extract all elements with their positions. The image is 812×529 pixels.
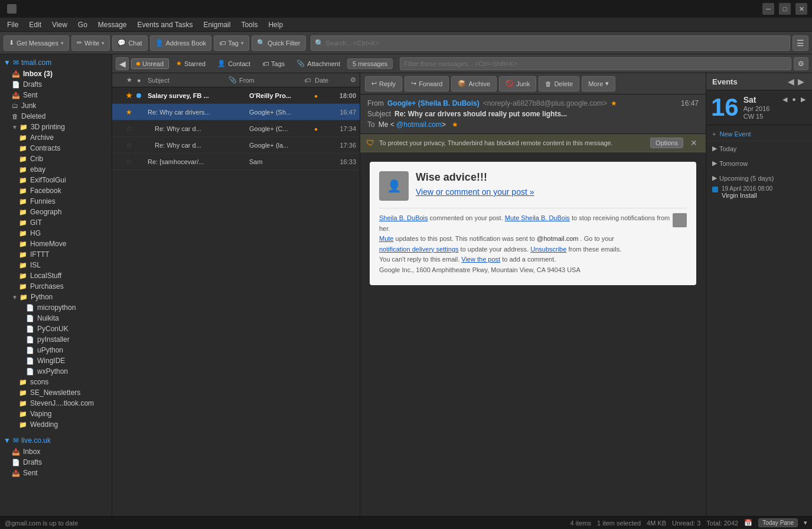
cal-today-button[interactable]: ● <box>790 95 798 103</box>
archive-button[interactable]: 📦 Archive <box>451 76 497 92</box>
col-sort-header[interactable]: ⚙ <box>348 73 358 87</box>
sidebar-item-live-sent[interactable]: 📤 Sent <box>0 468 112 478</box>
sidebar-item-wedding[interactable]: 📁 Wedding <box>0 419 112 430</box>
sidebar-item-archive[interactable]: 📁 Archive <box>0 132 112 143</box>
cal-next-button[interactable]: ▶ <box>799 95 807 104</box>
sidebar-item-live-inbox[interactable]: 📥 Inbox <box>0 446 112 457</box>
menu-file[interactable]: File <box>2 19 23 30</box>
menu-enigmail[interactable]: Enigmail <box>198 19 235 30</box>
delete-button[interactable]: 🗑 Delete <box>539 76 579 92</box>
message-row[interactable]: ☆ Re: [samhocevar/... Sam 16:33 <box>112 154 360 170</box>
maximize-button[interactable]: □ <box>779 3 791 15</box>
filter-unread[interactable]: Unread <box>131 58 169 69</box>
sidebar-item-isl[interactable]: 📁 ISL <box>0 260 112 270</box>
message-row[interactable]: ★ Re: Why car drivers... Google+ (Sh... … <box>112 104 360 120</box>
account-tmail[interactable]: ▼ ✉ tmail.com <box>0 57 112 68</box>
new-event-button[interactable]: + New Event <box>706 128 812 141</box>
menu-edit[interactable]: Edit <box>24 19 46 30</box>
upcoming-section-header[interactable]: ▶ Upcoming (5 days) <box>712 173 806 183</box>
col-star-header[interactable]: ★ <box>124 73 135 87</box>
sidebar-item-deleted[interactable]: 🗑 Deleted <box>0 111 112 122</box>
filter-contact[interactable]: 👤 Contact <box>213 58 255 68</box>
col-read-header[interactable]: ● <box>135 73 145 87</box>
sender-link[interactable]: Sheila B. DuBois <box>379 214 428 221</box>
sidebar-item-hg[interactable]: 📁 HG <box>0 228 112 239</box>
options-button[interactable]: Options <box>650 138 683 148</box>
sidebar-item-3dprinting[interactable]: ▼ 📁 3D printing <box>0 122 112 132</box>
sidebar-item-stevenj[interactable]: 📁 StevenJ....tlook.com <box>0 398 112 409</box>
col-date-header[interactable]: Date <box>312 73 348 87</box>
sidebar-item-sent[interactable]: 📤 Sent <box>0 90 112 100</box>
sidebar-item-homemove[interactable]: 📁 HomeMove <box>0 239 112 249</box>
address-book-button[interactable]: 👤 Address Book <box>150 35 211 51</box>
sidebar-item-junk[interactable]: 🗂 Junk <box>0 100 112 111</box>
col-subject-header[interactable]: Subject <box>145 73 226 87</box>
sidebar-item-exiftool[interactable]: 📁 ExifToolGui <box>0 175 112 185</box>
email-star[interactable]: ★ <box>611 99 617 107</box>
msg-star[interactable]: ☆ <box>124 125 135 133</box>
close-button[interactable]: ✕ <box>795 3 807 15</box>
sidebar-item-wxpython[interactable]: 📄 wxPython <box>0 366 112 377</box>
menu-tools[interactable]: Tools <box>236 19 262 30</box>
unsubscribe-link[interactable]: Unsubscribe <box>530 246 566 253</box>
filter-attachment[interactable]: 📎 Attachment <box>292 58 345 68</box>
reply-button[interactable]: ↩ Reply <box>365 76 402 92</box>
filter-starred[interactable]: ★ Starred <box>171 58 210 68</box>
today-section-header[interactable]: ▶ Today <box>712 143 806 154</box>
sidebar-item-vaping[interactable]: 📁 Vaping <box>0 409 112 419</box>
sidebar-item-localstuff[interactable]: 📁 LocalStuff <box>0 270 112 281</box>
events-prev-button[interactable]: ◀ <box>786 77 796 86</box>
filter-tags[interactable]: 🏷 Tags <box>257 59 289 68</box>
menu-events[interactable]: Events and Tasks <box>133 19 198 30</box>
notification-settings-link[interactable]: notification delivery settings <box>379 246 459 253</box>
search-input[interactable] <box>326 40 787 47</box>
filter-search-input[interactable] <box>404 60 787 67</box>
msg-star[interactable]: ★ <box>124 108 135 116</box>
sidebar-item-funnies[interactable]: 📁 Funnies <box>0 196 112 207</box>
sidebar-item-upython[interactable]: 📄 uPython <box>0 345 112 355</box>
view-post-footer-link[interactable]: View the post <box>461 256 500 263</box>
sidebar-item-ebay[interactable]: 📁 ebay <box>0 164 112 175</box>
sidebar-item-contracts[interactable]: 📁 Contracts <box>0 143 112 154</box>
message-row[interactable]: ☆ Re: Why car d... Google+ (C... ● 17:34 <box>112 120 360 137</box>
event-item[interactable]: 19 April 2016 08:00 Virgin Install <box>712 183 806 201</box>
menu-go[interactable]: Go <box>73 19 92 30</box>
sidebar-item-facebook[interactable]: 📁 Facebook <box>0 185 112 196</box>
sidebar-item-python[interactable]: ▼ 📁 Python <box>0 292 112 302</box>
sidebar-item-micropython[interactable]: 📄 micropython <box>0 302 112 313</box>
junk-button[interactable]: 🚫 Junk <box>499 76 536 92</box>
sidebar-item-inbox[interactable]: 📥 Inbox (3) <box>0 68 112 79</box>
mute-sender-link[interactable]: Mute Sheila B. DuBois <box>505 214 570 221</box>
tag-button[interactable]: 🏷 Tag ▾ <box>214 35 249 51</box>
minimize-button[interactable]: ─ <box>762 3 774 15</box>
back-button[interactable]: ◀ <box>116 57 129 70</box>
msg-star[interactable]: ☆ <box>124 158 135 166</box>
menu-help[interactable]: Help <box>263 19 288 30</box>
toolbar-menu-button[interactable]: ☰ <box>793 35 808 51</box>
sidebar-item-pyconuk[interactable]: 📄 PyConUK <box>0 324 112 334</box>
filter-options-button[interactable]: ⚙ <box>794 57 808 70</box>
cal-prev-button[interactable]: ◀ <box>781 95 789 104</box>
sidebar-item-senewsletters[interactable]: 📁 SE_Newsletters <box>0 387 112 398</box>
col-attach-header[interactable]: 📎 <box>226 73 237 87</box>
sidebar-item-wingide[interactable]: 📄 WingIDE <box>0 355 112 366</box>
events-next-button[interactable]: ▶ <box>796 77 806 86</box>
msg-star[interactable]: ☆ <box>124 141 135 149</box>
col-tag-header[interactable]: 🏷 <box>302 73 312 87</box>
chat-button[interactable]: 💬 Chat <box>112 35 147 51</box>
menu-view[interactable]: View <box>47 19 72 30</box>
quick-filter-button[interactable]: 🔍 Quick Filter <box>252 35 306 51</box>
account-live[interactable]: ▼ ✉ live.co.uk <box>0 435 112 446</box>
get-messages-button[interactable]: ⬇ Get Messages ▾ <box>4 35 69 51</box>
to-star[interactable]: ★ <box>452 120 458 129</box>
message-row[interactable]: ☆ Re: Why car d... Google+ (la... 17:36 <box>112 137 360 154</box>
mute-post-link[interactable]: Mute <box>379 235 393 242</box>
sidebar-item-purchases[interactable]: 📁 Purchases <box>0 281 112 292</box>
today-pane-button[interactable]: Today Pane <box>758 518 798 527</box>
sidebar-item-git[interactable]: 📁 GIT <box>0 217 112 228</box>
sidebar-item-geograph[interactable]: 📁 Geograph <box>0 207 112 217</box>
tomorrow-section-header[interactable]: ▶ Tomorrow <box>712 158 806 168</box>
menu-message[interactable]: Message <box>93 19 132 30</box>
sidebar-item-crib[interactable]: 📁 Crib <box>0 154 112 164</box>
write-button[interactable]: ✏ Write ▾ <box>71 35 110 51</box>
